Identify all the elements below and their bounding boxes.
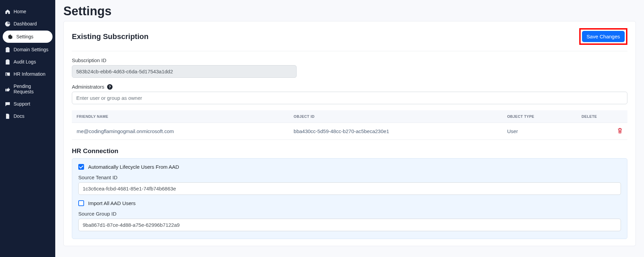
gear-icon [7,34,13,39]
section-title-subscription: Existing Subscription [72,32,148,41]
subscription-id-label: Subscription ID [72,57,627,63]
hr-connection-box: Automatically Lifecycle Users From AAD S… [72,158,627,239]
source-tenant-label: Source Tenant ID [78,175,621,180]
col-friendly-name: FRIENDLY NAME [72,110,289,123]
save-changes-button[interactable]: Save Changes [582,31,625,42]
sidebar-item-home[interactable]: Home [0,5,55,18]
save-highlight-box: Save Changes [579,28,627,45]
file-icon [5,113,10,119]
administrators-field: Administrators ? [72,84,627,104]
sidebar: Home Dashboard Settings Domain Settings [0,0,55,257]
source-group-input[interactable] [78,219,621,231]
sidebar-item-dashboard[interactable]: Dashboard [0,18,55,30]
card-header: Existing Subscription Save Changes [72,28,627,51]
sidebar-item-pending-requests[interactable]: Pending Requests [0,80,55,98]
sidebar-item-label: Audit Logs [14,59,36,65]
sidebar-item-label: Support [14,101,30,107]
subscription-id-field: Subscription ID [72,57,627,78]
import-all-label: Import All AAD Users [88,200,136,206]
sidebar-item-label: Dashboard [14,21,37,26]
main-content: Settings Existing Subscription Save Chan… [55,0,644,257]
source-group-field: Source Group ID [78,211,621,231]
thumb-up-icon [5,86,10,92]
cell-object-type: User [502,123,577,140]
sidebar-item-domain-settings[interactable]: Domain Settings [0,43,55,56]
col-object-id: OBJECT ID [289,110,502,123]
col-object-type: OBJECT TYPE [502,110,577,123]
auto-lifecycle-checkbox[interactable] [78,164,84,170]
sidebar-item-label: Settings [16,34,34,39]
source-group-label: Source Group ID [78,211,621,217]
cell-object-id: bba430cc-5d59-48cc-b270-ac5beca230e1 [289,123,502,140]
home-icon [5,9,10,14]
col-delete: DELETE [577,110,627,123]
sidebar-item-label: Home [14,9,26,14]
settings-card: Existing Subscription Save Changes Subsc… [63,21,636,246]
auto-lifecycle-label: Automatically Lifecycle Users From AAD [88,164,179,170]
sidebar-item-audit-logs[interactable]: Audit Logs [0,56,55,68]
administrators-input[interactable] [72,92,627,104]
table-row: me@codingflamingogmail.onmicrosoft.com b… [72,123,627,140]
sidebar-item-label: HR Information [14,71,45,77]
administrators-label: Administrators [72,84,104,90]
cell-friendly-name: me@codingflamingogmail.onmicrosoft.com [72,123,289,140]
sidebar-item-label: Pending Requests [14,84,51,94]
section-title-hr: HR Connection [72,147,627,155]
delete-admin-button[interactable] [617,128,623,135]
sidebar-item-hr-information[interactable]: HR Information [0,68,55,80]
trash-icon [617,130,623,135]
id-card-icon [5,71,10,77]
sidebar-item-docs[interactable]: Docs [0,110,55,122]
sidebar-item-support[interactable]: Support [0,98,55,110]
chat-icon [5,101,10,107]
clipboard-icon [5,47,10,52]
clipboard-icon [5,59,10,65]
sidebar-item-label: Docs [14,113,24,119]
source-tenant-field: Source Tenant ID [78,175,621,195]
import-all-checkbox[interactable] [78,200,84,206]
administrators-table: FRIENDLY NAME OBJECT ID OBJECT TYPE DELE… [72,110,627,140]
source-tenant-input[interactable] [78,182,621,195]
sidebar-item-settings[interactable]: Settings [3,31,53,43]
sidebar-item-label: Domain Settings [14,47,48,52]
help-icon[interactable]: ? [107,84,113,90]
page-title: Settings [63,4,636,18]
subscription-id-input [72,65,297,78]
pie-chart-icon [5,21,10,26]
